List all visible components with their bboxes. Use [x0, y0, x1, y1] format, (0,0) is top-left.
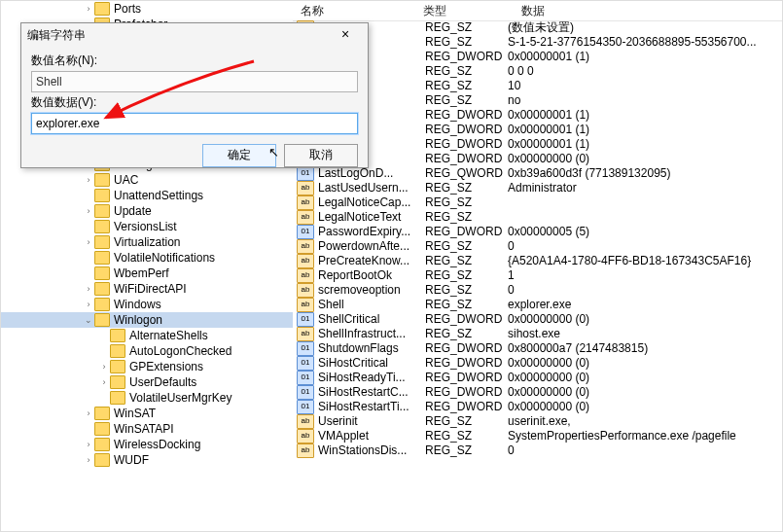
tree-item-userdefaults[interactable]: ›UserDefaults — [1, 374, 293, 390]
value-name: ShellInfrastruct... — [318, 327, 425, 341]
value-data: explorer.exe — [508, 298, 782, 312]
tree-item-ports[interactable]: ›Ports — [1, 1, 293, 17]
value-data: SystemPropertiesPerformance.exe /pagefil… — [508, 429, 782, 443]
value-row[interactable]: abLegalNoticeTextREG_SZ — [293, 210, 782, 225]
tree-item-windows[interactable]: ›Windows — [1, 297, 293, 312]
value-data: {A520A1A4-1780-4FF6-BD18-167343C5AF16} — [508, 254, 782, 268]
tree-item-wifidirectapi[interactable]: ›WiFiDirectAPI — [1, 281, 293, 297]
tree-label: WinSAT — [114, 406, 156, 421]
tree-label: GPExtensions — [129, 359, 203, 374]
expand-icon[interactable]: › — [98, 359, 110, 374]
tree-item-alternateshells[interactable]: AlternateShells — [1, 328, 293, 343]
string-icon: ab — [297, 268, 314, 283]
value-type: REG_SZ — [425, 239, 508, 254]
tree-item-update[interactable]: ›Update — [1, 203, 293, 219]
expand-icon[interactable]: ⌄ — [83, 312, 94, 328]
tree-item-gpextensions[interactable]: ›GPExtensions — [1, 359, 293, 374]
string-icon: ab — [297, 210, 314, 225]
value-type: REG_SZ — [425, 210, 508, 225]
value-row[interactable]: abLastUsedUsern...REG_SZAdministrator — [293, 181, 782, 195]
expand-icon[interactable]: › — [83, 406, 94, 421]
expand-icon[interactable]: › — [83, 452, 94, 468]
value-row[interactable]: abShellREG_SZexplorer.exe — [293, 298, 782, 312]
value-type: REG_SZ — [425, 268, 508, 283]
value-data: 0 — [508, 239, 782, 254]
tree-item-virtualization[interactable]: ›Virtualization — [1, 234, 293, 250]
folder-icon — [94, 407, 110, 420]
value-name: ShellCritical — [318, 312, 425, 327]
value-type: REG_SZ — [425, 93, 508, 108]
value-name: PasswordExpiry... — [318, 225, 425, 239]
tree-label: VolatileNotifications — [114, 250, 215, 266]
tree-item-unattendsettings[interactable]: UnattendSettings — [1, 188, 293, 203]
binary-icon: 01 — [297, 400, 314, 414]
col-header-data[interactable]: 数据 — [514, 1, 782, 21]
tree-label: VersionsList — [114, 219, 177, 234]
value-row[interactable]: 01PasswordExpiry...REG_DWORD0x00000005 (… — [293, 225, 782, 239]
value-name: VMApplet — [318, 429, 425, 443]
value-row[interactable]: 01SiHostRestartTi...REG_DWORD0x00000000 … — [293, 400, 782, 414]
expand-icon[interactable]: › — [83, 437, 94, 452]
col-header-name[interactable]: 名称 — [293, 1, 415, 21]
value-type: REG_DWORD — [425, 225, 508, 239]
value-type: REG_DWORD — [425, 400, 508, 414]
tree-label: WirelessDocking — [114, 437, 200, 452]
value-row[interactable]: abscremoveoptionREG_SZ0 — [293, 283, 782, 298]
cancel-button[interactable]: 取消 — [284, 144, 358, 167]
value-row[interactable]: 01ShutdownFlagsREG_DWORD0x800000a7 (2147… — [293, 341, 782, 356]
tree-item-winsat[interactable]: ›WinSAT — [1, 406, 293, 421]
value-data: S-1-5-21-3776154350-2036688895-55356700.… — [508, 35, 782, 50]
tree-item-volatilenotifications[interactable]: VolatileNotifications — [1, 250, 293, 266]
tree-item-wbemperf[interactable]: WbemPerf — [1, 266, 293, 281]
value-data: 0 0 0 — [508, 64, 782, 79]
string-icon: ab — [297, 327, 314, 341]
col-header-type[interactable]: 类型 — [415, 1, 514, 21]
value-row[interactable]: 01SiHostReadyTi...REG_DWORD0x00000000 (0… — [293, 371, 782, 385]
tree-label: WinSATAPI — [114, 421, 174, 437]
tree-label: WUDF — [114, 452, 149, 468]
value-row[interactable]: 01SiHostCriticalREG_DWORD0x00000000 (0) — [293, 356, 782, 371]
value-type: REG_SZ — [425, 195, 508, 210]
expand-icon[interactable]: › — [83, 297, 94, 312]
value-row[interactable]: abWinStationsDis...REG_SZ0 — [293, 443, 782, 458]
tree-item-winlogon[interactable]: ⌄Winlogon — [1, 312, 293, 328]
tree-label: Ports — [114, 1, 141, 17]
expand-icon[interactable]: › — [83, 234, 94, 250]
expand-icon[interactable]: › — [98, 374, 110, 390]
ok-button[interactable]: 确定 — [202, 144, 276, 167]
value-row[interactable]: abReportBootOkREG_SZ1 — [293, 268, 782, 283]
value-row[interactable]: abShellInfrastruct...REG_SZsihost.exe — [293, 327, 782, 341]
close-icon[interactable]: × — [329, 25, 362, 45]
value-data-label: 数值数据(V): — [31, 94, 358, 111]
folder-icon — [94, 235, 110, 249]
value-row[interactable]: abVMAppletREG_SZSystemPropertiesPerforma… — [293, 429, 782, 443]
value-row[interactable]: 01SiHostRestartC...REG_DWORD0x00000000 (… — [293, 385, 782, 400]
tree-item-winsatapi[interactable]: WinSATAPI — [1, 421, 293, 437]
string-icon: ab — [297, 195, 314, 210]
folder-icon — [94, 438, 110, 451]
value-name-input[interactable] — [31, 71, 358, 92]
tree-item-volatileusermgrkey[interactable]: VolatileUserMgrKey — [1, 390, 293, 406]
value-data-input[interactable] — [31, 113, 358, 134]
value-name: Userinit — [318, 414, 425, 429]
expand-icon[interactable]: › — [83, 203, 94, 219]
expand-icon[interactable]: › — [83, 1, 94, 17]
tree-label: AutoLogonChecked — [129, 343, 231, 359]
value-row[interactable]: abLegalNoticeCap...REG_SZ — [293, 195, 782, 210]
edit-string-dialog: 编辑字符串 × 数值名称(N): 数值数据(V): 确定 取消 — [20, 22, 369, 168]
value-row[interactable]: abPreCreateKnow...REG_SZ{A520A1A4-1780-4… — [293, 254, 782, 268]
value-row[interactable]: abPowerdownAfte...REG_SZ0 — [293, 239, 782, 254]
value-row[interactable]: abUserinitREG_SZuserinit.exe, — [293, 414, 782, 429]
value-data: 1 — [508, 268, 782, 283]
value-name: LastUsedUsern... — [318, 181, 425, 195]
string-icon: ab — [297, 254, 314, 268]
value-row[interactable]: 01ShellCriticalREG_DWORD0x00000000 (0) — [293, 312, 782, 327]
folder-icon — [110, 391, 125, 405]
value-data: 0x00000000 (0) — [508, 312, 782, 327]
tree-item-wudf[interactable]: ›WUDF — [1, 452, 293, 468]
tree-item-versionslist[interactable]: VersionsList — [1, 219, 293, 234]
tree-item-autologonchecked[interactable]: AutoLogonChecked — [1, 343, 293, 359]
value-name: SiHostRestartTi... — [318, 400, 425, 414]
tree-item-wirelessdocking[interactable]: ›WirelessDocking — [1, 437, 293, 452]
expand-icon[interactable]: › — [83, 281, 94, 297]
